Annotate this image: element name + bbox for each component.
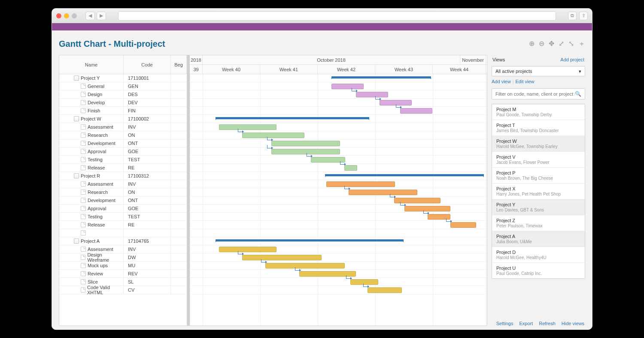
timeline-body[interactable] [190,74,487,326]
task-bar[interactable] [400,108,432,114]
project-list-item[interactable]: Project PNoah Brown, The Big Cheese [492,168,585,184]
project-list-item[interactable]: Project TJames Bird, Township Doncaster [492,120,585,136]
add-view-link[interactable]: Add view [492,79,511,84]
timeline[interactable]: 2018October 2018November 39Week 40Week 4… [190,55,487,326]
grid-task-row[interactable]: AssessmentINV [59,123,187,131]
grid-project-row[interactable]: Project W17100002 [59,115,187,123]
share-icon[interactable]: ⇪ [579,12,588,20]
grid-task-row[interactable]: DesignDES [59,91,187,99]
task-bar[interactable] [219,124,276,130]
grid-task-row[interactable]: DevelopDEV [59,99,187,107]
grid-task-row[interactable]: FinishFIN [59,107,187,115]
folder-icon [74,238,79,244]
week-header[interactable]: Week 41 [260,65,318,74]
task-bar[interactable] [242,255,322,260]
views-select[interactable]: All active projects ▾ [492,66,585,76]
close-icon[interactable] [56,13,61,18]
project-list-item[interactable]: Project AJulia Boom, U&Me [492,231,585,247]
refresh-link[interactable]: Refresh [539,321,556,326]
project-list-item[interactable]: Project DHarold McGee, Healthy4U [492,247,585,263]
grid-header-name[interactable]: Name [59,55,124,74]
search-icon[interactable]: 🔍 [575,91,581,97]
project-list-item[interactable]: Project MPaul Goode, Township Derby [492,104,585,120]
task-bar[interactable] [219,247,276,252]
grid-task-row[interactable]: DevelopmentONT [59,139,187,148]
week-header[interactable]: Week 44 [433,65,486,74]
task-bar[interactable] [450,222,476,228]
task-bar[interactable] [331,84,364,89]
project-bar[interactable] [331,76,431,78]
grid-task-row[interactable]: ApprovalGOE [59,148,187,156]
settings-link[interactable]: Settings [496,321,513,326]
grid-project-row[interactable]: Project R17100312 [59,172,187,180]
project-list-item[interactable]: Project VJacob Evans, Flower Power [492,152,585,168]
add-project-link[interactable]: Add project [560,57,584,62]
grid-task-row[interactable]: Code Valid XHTMLCV [59,286,187,294]
edit-view-link[interactable]: Edit view [516,79,535,84]
grid-task-row[interactable]: Design WireframeDW [59,254,187,262]
grid-task-row[interactable] [59,229,187,237]
filter-input-field[interactable] [495,91,575,97]
task-bar[interactable] [344,165,357,171]
project-bar[interactable] [216,239,404,241]
forward-button[interactable]: ▶ [97,12,106,20]
fullscreen-icon[interactable] [72,13,77,18]
project-list-item[interactable]: Project YLeo Davies, GBT & Sons [492,199,585,215]
grid-task-row[interactable]: ResearchON [59,188,187,196]
timeline-row [190,254,487,262]
file-icon [81,287,85,293]
grid-task-row[interactable]: ApprovalGOE [59,205,187,213]
expand-icon[interactable]: ⤢ [559,39,564,48]
grid-project-row[interactable]: Project A17104765 [59,237,187,245]
grid-task-row[interactable]: TestingTEST [59,156,187,164]
task-bar[interactable] [356,92,388,97]
pan-icon[interactable]: ✥ [549,39,554,48]
task-bar[interactable] [271,141,340,146]
grid-task-row[interactable]: TestingTEST [59,213,187,221]
week-header[interactable]: 39 [190,65,203,74]
grid-task-row[interactable]: ReviewREV [59,270,187,278]
hide-views-link[interactable]: Hide views [562,321,584,326]
grid-task-row[interactable]: ReleaseRE [59,164,187,172]
grid-task-row[interactable]: GeneralGEN [59,82,187,91]
zoom-out-icon[interactable]: ⊖ [539,39,544,48]
address-bar[interactable] [118,11,556,21]
grid-project-row[interactable]: Project Y17110001 [59,74,187,82]
week-header[interactable]: Week 40 [203,65,260,74]
grid-header-code[interactable]: Code [124,55,171,74]
grid-task-row[interactable]: ResearchON [59,131,187,139]
back-button[interactable]: ◀ [85,12,95,20]
project-bar[interactable] [325,174,484,176]
task-bar[interactable] [349,190,417,195]
minimize-icon[interactable] [64,13,69,18]
project-list-item[interactable]: Project UPaul Goode, Catnip Inc. [492,263,585,278]
views-header: Views Add project [492,55,585,64]
week-header[interactable]: Week 42 [318,65,375,74]
file-icon [81,141,86,146]
grid-task-row[interactable]: AssessmentINV [59,180,187,188]
task-bar[interactable] [271,149,340,154]
grid-task-row[interactable]: DevelopmentONT [59,196,187,205]
task-bar[interactable] [326,181,395,187]
task-bar[interactable] [242,133,304,138]
export-link[interactable]: Export [519,321,533,326]
project-bar[interactable] [216,117,369,119]
grid-header-beg[interactable]: Beg [171,55,187,74]
project-subtitle: Peter Paulson, Timewax [496,223,580,228]
add-icon[interactable]: ＋ [578,39,585,48]
grid-task-row[interactable]: Mock upsMU [59,262,187,270]
task-bar[interactable] [368,287,402,293]
grid-task-row[interactable]: ReleaseRE [59,221,187,229]
task-bar[interactable] [265,263,345,269]
file-icon [81,181,86,187]
filter-input[interactable]: 🔍 [492,88,585,100]
zoom-in-icon[interactable]: ⊕ [529,39,535,48]
week-header[interactable]: Week 43 [375,65,433,74]
collapse-icon[interactable]: ⤡ [568,39,574,48]
project-list-item[interactable]: Project ZPeter Paulson, Timewax [492,215,585,231]
body-row: Name Code Beg Project Y17110001GeneralGE… [59,55,585,326]
tabs-icon[interactable]: ⧉ [568,12,577,20]
project-list-item[interactable]: Project WHarold McGee, Township Earley [492,136,585,152]
project-list-item[interactable]: Project XHarry Jones, Pet Health Pet Sho… [492,184,585,199]
project-name: Project Z [496,218,580,223]
